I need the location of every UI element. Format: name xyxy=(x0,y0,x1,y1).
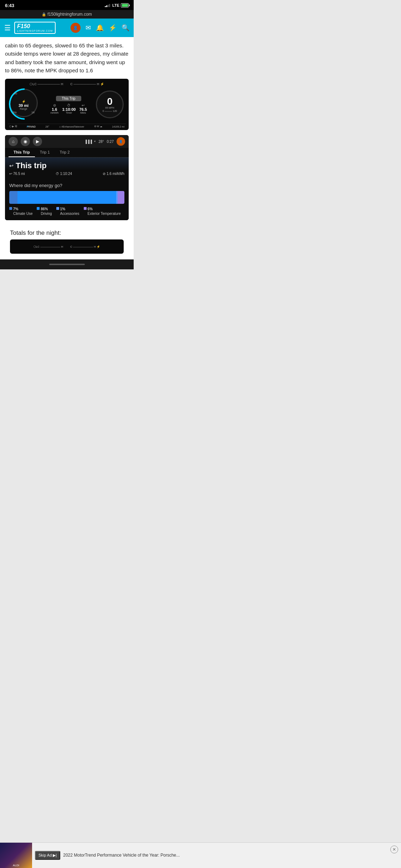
status-time: 6:43 xyxy=(5,3,14,8)
trip-heading-text: This trip xyxy=(16,161,47,170)
dash1-top-indicators: ⬡LC ——————— H C ——————— H ⚡ xyxy=(8,82,126,86)
legend-dot-exterior xyxy=(84,207,87,210)
nav-icons: 👤 ✉ 🔔 ⚡ 🔍 xyxy=(71,23,129,33)
status-right: LTE xyxy=(105,3,129,7)
dash1-temp: 28° xyxy=(45,125,49,128)
trip-stat-efficiency: ⊘ 1.6 mi/kWh xyxy=(50,103,58,114)
legend-accessories: 1% Accessories xyxy=(56,207,79,216)
prnd-display: PRNND xyxy=(27,125,36,128)
legend-pct-exterior: 6% xyxy=(88,207,93,211)
dash3-right: C ——————— H ⚡ xyxy=(70,245,100,248)
lte-label: LTE xyxy=(112,3,119,7)
efficiency-icon: ⊘ xyxy=(103,172,106,176)
bell-icon[interactable]: 🔔 xyxy=(96,24,104,32)
url-text: f150lightningforum.com xyxy=(47,12,92,17)
dash2-signal: ▌▌▌ ⁴ xyxy=(86,140,96,144)
main-content: cabin to 65 degrees, slowed to 65 the la… xyxy=(0,37,134,259)
dash2-tabs: This Trip Trip 1 Trip 2 xyxy=(5,148,129,157)
legend-pct-climate: 7% xyxy=(13,207,18,211)
speed-circle: 0 65 MPH 0 ——— 120 xyxy=(96,91,124,118)
dash1-icons-left: ⬡ ▶ ⛓ xyxy=(9,125,17,128)
legend-text-climate: 7% Climate Use xyxy=(13,207,32,216)
trip-stat-miles: ↩ 76.5 Miles xyxy=(79,103,87,114)
logo-sub: LIGHTNINGFORUM.COM xyxy=(17,30,53,32)
energy-question: Where did my energy go? xyxy=(9,183,124,188)
dash2-home-btn[interactable]: ⌂ xyxy=(9,137,18,146)
trip-metric-efficiency: ⊘ 1.6 mi/kWh xyxy=(103,172,124,176)
energy-section: Where did my energy go? 7% Climate Use xyxy=(5,179,129,220)
dash3-top-bar: ⬡LC ——————— H C ——————— H ⚡ xyxy=(34,245,101,248)
search-icon[interactable]: 🔍 xyxy=(122,24,129,32)
legend-driving: 86% Driving xyxy=(37,207,52,216)
dash2-temp: 28° xyxy=(98,140,104,144)
dash1-body: 90 ⚡ 39 mi Range 0% 18 This Trip ⊘ 1.6 m… xyxy=(8,87,126,122)
trip-metric-timer: ⏱ 1:10:24 xyxy=(56,172,72,176)
battery-icon xyxy=(121,3,129,7)
tab-trip1[interactable]: Trip 1 xyxy=(35,148,55,157)
trip-center: This Trip ⊘ 1.6 mi/kWh ⏱ 1:10:00 Timer ↩ xyxy=(41,96,96,114)
battery-fill xyxy=(122,4,128,7)
dash2-right-info: ▌▌▌ ⁴ 28° 0:27 👤 xyxy=(86,137,125,146)
distance-icon: ↩ xyxy=(9,172,12,176)
legend-dot-accessories xyxy=(56,207,59,210)
trip-label-box: This Trip xyxy=(56,96,81,101)
energy-legend: 7% Climate Use 86% Driving 1% Accessor xyxy=(9,207,124,216)
speed-sub: 65 MPH xyxy=(105,107,114,109)
legend-label-exterior: Exterior Temperature xyxy=(88,212,121,216)
legend-pct-driving: 86% xyxy=(41,207,48,211)
dashboard-3-preview: ⬡LC ——————— H C ——————— H ⚡ xyxy=(10,239,124,254)
totals-section: Totals for the night: ⬡LC ——————— H C ——… xyxy=(5,225,129,256)
tab-trip2[interactable]: Trip 2 xyxy=(55,148,75,157)
dash2-trip-section: ↩ This trip ↩ 76.5 mi ⏱ 1:10:24 ⊘ 1.6 mi… xyxy=(5,157,129,179)
dash1-song: ♫ #EnhancedTakeover xyxy=(59,125,84,128)
signal-bar-3 xyxy=(108,5,109,7)
legend-climate: 7% Climate Use xyxy=(9,207,32,216)
dashboard-image-1: ⬡LC ——————— H C ——————— H ⚡ 90 ⚡ 39 mi R… xyxy=(5,79,129,130)
legend-label-climate: Climate Use xyxy=(13,212,32,216)
logo-box[interactable]: F150 LIGHTNINGFORUM.COM xyxy=(14,22,56,33)
gauge-percent: 0% xyxy=(12,111,17,114)
timer-value: 1:10:24 xyxy=(60,172,72,176)
article-text: cabin to 65 degrees, slowed to 65 the la… xyxy=(5,41,129,74)
energy-bar-climate xyxy=(9,191,17,204)
dash3-left: ⬡LC ——————— H xyxy=(34,245,63,248)
hamburger-menu[interactable]: ☰ xyxy=(4,24,11,32)
tab-this-trip[interactable]: This Trip xyxy=(9,148,35,157)
dash2-time: 0:27 xyxy=(107,140,114,144)
stat3-val: 76.5 xyxy=(79,107,87,112)
gauge-top-num: 90 xyxy=(14,92,17,95)
speed-value: 0 xyxy=(107,97,113,107)
dash2-circle-btn[interactable]: ◉ xyxy=(21,137,30,146)
gauge-circle: 90 ⚡ 39 mi Range 0% 18 xyxy=(9,89,38,117)
distance-value: 76.5 mi xyxy=(13,172,25,176)
energy-bar xyxy=(9,191,124,204)
stat2-sub: Timer xyxy=(66,112,72,114)
dash1-bottom: ⬡ ▶ ⛓ PRNND 28° ♫ #EnhancedTakeover ⚙ W … xyxy=(8,124,126,128)
legend-exterior: 6% Exterior Temperature xyxy=(84,207,121,216)
legend-text-exterior: 6% Exterior Temperature xyxy=(88,207,121,216)
efficiency-value: 1.6 mi/kWh xyxy=(107,172,124,176)
dash1-odo: 14169.2 mi xyxy=(112,125,124,128)
energy-bar-exterior xyxy=(118,191,124,204)
stat1-val: 1.6 xyxy=(52,107,57,112)
totals-title: Totals for the night: xyxy=(10,229,124,237)
dash2-topbar: ⌂ ◉ ▶ ▌▌▌ ⁴ 28° 0:27 👤 xyxy=(5,135,129,148)
legend-pct-accessories: 1% xyxy=(60,207,65,211)
lightning-icon[interactable]: ⚡ xyxy=(109,24,117,32)
stat2-val: 1:10:00 xyxy=(62,107,76,112)
trip-metrics: ↩ 76.5 mi ⏱ 1:10:24 ⊘ 1.6 mi/kWh xyxy=(9,172,124,176)
trip-metric-distance: ↩ 76.5 mi xyxy=(9,172,25,176)
left-gauge: 90 ⚡ 39 mi Range 0% 18 xyxy=(9,89,41,121)
user-avatar[interactable]: 👤 xyxy=(71,23,81,33)
legend-text-driving: 86% Driving xyxy=(41,207,52,216)
nav-header: ☰ F150 LIGHTNINGFORUM.COM 👤 ✉ 🔔 ⚡ 🔍 xyxy=(0,19,134,37)
address-bar[interactable]: 🔒 f150lightningforum.com xyxy=(0,10,134,19)
legend-text-accessories: 1% Accessories xyxy=(60,207,79,216)
dash2-play-btn[interactable]: ▶ xyxy=(33,137,42,146)
signal-bar-2 xyxy=(106,5,107,7)
home-bar xyxy=(49,264,85,265)
trip-stat-timer: ⏱ 1:10:00 Timer xyxy=(62,103,76,114)
dash2-icon-group: ⌂ ◉ ▶ xyxy=(9,137,42,146)
mail-icon[interactable]: ✉ xyxy=(86,24,91,32)
legend-dot-climate xyxy=(9,207,12,210)
